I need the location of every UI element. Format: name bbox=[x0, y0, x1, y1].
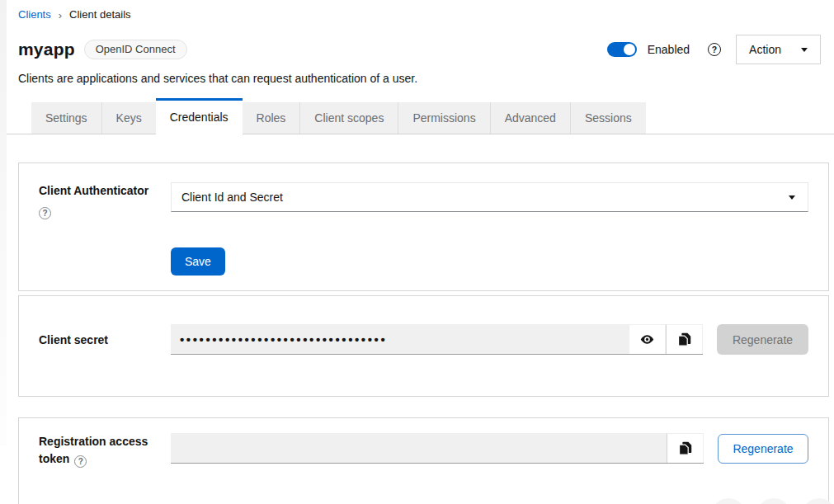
enabled-toggle[interactable] bbox=[607, 42, 637, 57]
registration-token-label-col: Registration access token? bbox=[39, 433, 171, 468]
header-controls: Enabled ? Action bbox=[607, 35, 821, 64]
tab-keys[interactable]: Keys bbox=[102, 102, 157, 134]
page-edge-shadow bbox=[0, 0, 7, 445]
eye-icon bbox=[639, 332, 655, 347]
client-authenticator-card: Client Authenticator ? Client Id and Sec… bbox=[18, 163, 829, 291]
registration-token-card: Registration access token? Regenerate bbox=[18, 417, 829, 504]
tab-roles[interactable]: Roles bbox=[243, 102, 301, 134]
action-dropdown-button[interactable]: Action bbox=[736, 35, 821, 64]
save-button[interactable]: Save bbox=[171, 247, 225, 276]
tab-advanced[interactable]: Advanced bbox=[491, 102, 571, 134]
regenerate-token-button[interactable]: Regenerate bbox=[718, 434, 808, 464]
regenerate-secret-button[interactable]: Regenerate bbox=[717, 324, 808, 355]
client-secret-label: Client secret bbox=[39, 333, 108, 346]
page-header: Clients › Client details myapp OpenID Co… bbox=[0, 0, 834, 85]
tab-credentials[interactable]: Credentials bbox=[156, 98, 243, 134]
client-secret-card: Client secret ••••••••••••••••••••••••••… bbox=[18, 295, 829, 397]
tab-permissions[interactable]: Permissions bbox=[398, 102, 490, 134]
copy-icon bbox=[678, 440, 692, 456]
client-secret-field: •••••••••••••••••••••••••••••••• bbox=[171, 324, 808, 355]
tab-client-scopes[interactable]: Client scopes bbox=[300, 102, 398, 134]
client-secret-input-group: •••••••••••••••••••••••••••••••• bbox=[171, 324, 703, 355]
enabled-label: Enabled bbox=[648, 43, 690, 56]
registration-token-row: Registration access token? Regenerate bbox=[39, 433, 808, 468]
client-authenticator-row: Client Authenticator ? Client Id and Sec… bbox=[39, 182, 808, 221]
copy-icon bbox=[677, 332, 691, 347]
action-dropdown-label: Action bbox=[749, 43, 781, 56]
help-icon[interactable]: ? bbox=[708, 43, 721, 56]
breadcrumb-clients-link[interactable]: Clients bbox=[18, 8, 51, 21]
client-authenticator-label: Client Authenticator bbox=[39, 182, 171, 200]
client-authenticator-select[interactable]: Client Id and Secret bbox=[171, 182, 808, 212]
title-row: myapp OpenID Connect Enabled ? Action bbox=[18, 35, 821, 64]
page-description: Clients are applications and services th… bbox=[18, 72, 821, 85]
protocol-badge: OpenID Connect bbox=[84, 40, 187, 59]
caret-down-icon bbox=[801, 48, 808, 52]
help-icon[interactable]: ? bbox=[74, 455, 87, 468]
breadcrumb-current: Client details bbox=[69, 8, 130, 21]
show-secret-button[interactable] bbox=[629, 324, 666, 354]
registration-token-field: Regenerate bbox=[171, 433, 808, 464]
page-title: myapp bbox=[18, 40, 75, 59]
help-icon[interactable]: ? bbox=[39, 207, 51, 219]
tab-content: Client Authenticator ? Client Id and Sec… bbox=[0, 134, 834, 504]
registration-token-input[interactable] bbox=[171, 433, 667, 463]
tab-bar: Settings Keys Credentials Roles Client s… bbox=[0, 97, 834, 134]
copy-secret-button[interactable] bbox=[666, 324, 703, 354]
title-group: myapp OpenID Connect bbox=[18, 40, 187, 59]
caret-down-icon bbox=[789, 195, 795, 200]
client-secret-input[interactable]: •••••••••••••••••••••••••••••••• bbox=[171, 324, 629, 354]
tab-settings[interactable]: Settings bbox=[31, 102, 102, 134]
client-secret-label-col: Client secret bbox=[39, 324, 171, 349]
toggle-knob bbox=[624, 44, 635, 55]
tab-sessions[interactable]: Sessions bbox=[571, 102, 646, 134]
copy-token-button[interactable] bbox=[667, 433, 704, 463]
client-secret-row: Client secret ••••••••••••••••••••••••••… bbox=[39, 324, 808, 355]
registration-token-input-group bbox=[171, 433, 704, 464]
client-authenticator-label-col: Client Authenticator ? bbox=[39, 182, 171, 221]
registration-token-label: Registration access token bbox=[39, 435, 148, 465]
breadcrumb-separator-icon: › bbox=[59, 9, 62, 21]
breadcrumb: Clients › Client details bbox=[18, 8, 821, 21]
client-authenticator-selected-value: Client Id and Secret bbox=[181, 191, 283, 204]
client-authenticator-field: Client Id and Secret bbox=[171, 182, 808, 212]
